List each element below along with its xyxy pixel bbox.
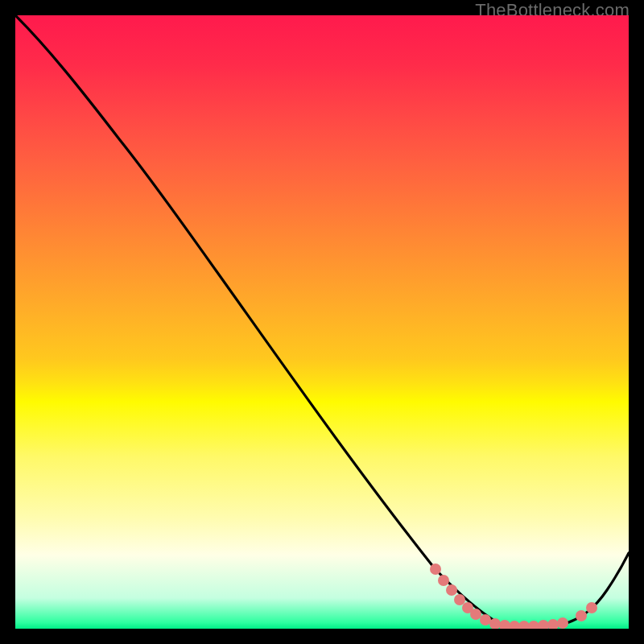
svg-point-14 <box>557 617 568 629</box>
svg-point-10 <box>518 621 530 629</box>
svg-point-13 <box>547 619 559 629</box>
svg-point-0 <box>430 564 441 575</box>
svg-point-6 <box>480 614 491 625</box>
svg-point-15 <box>576 610 587 621</box>
svg-point-9 <box>509 621 520 629</box>
chart-container: TheBottleneck.com <box>0 0 644 644</box>
svg-point-16 <box>586 602 597 613</box>
plot-area <box>15 15 629 629</box>
svg-point-11 <box>528 621 539 629</box>
svg-point-5 <box>470 609 481 620</box>
bottleneck-curve <box>15 15 629 629</box>
svg-point-3 <box>454 594 465 605</box>
svg-point-1 <box>438 575 449 586</box>
marker-dots <box>430 564 597 629</box>
svg-point-12 <box>538 620 549 629</box>
svg-point-2 <box>446 584 457 596</box>
curve-path <box>15 15 629 627</box>
svg-point-8 <box>499 620 510 629</box>
